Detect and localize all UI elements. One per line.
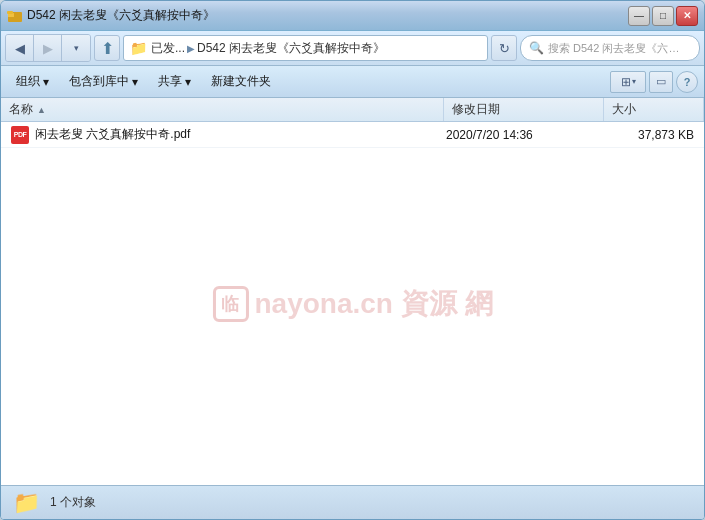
minimize-button[interactable]: — xyxy=(628,6,650,26)
column-header-name[interactable]: 名称 ▲ xyxy=(1,98,444,121)
new-folder-button[interactable]: 新建文件夹 xyxy=(202,70,280,94)
include-library-button[interactable]: 包含到库中 ▾ xyxy=(60,70,147,94)
window-title: D542 闲去老叟《六爻真解按中奇》 xyxy=(27,7,215,24)
title-bar-left: D542 闲去老叟《六爻真解按中奇》 xyxy=(7,7,215,24)
search-field[interactable]: 🔍 搜索 D542 闲去老叟《六爻真解按中... xyxy=(520,35,700,61)
view-icon: ⊞ xyxy=(621,75,631,89)
column-size-label: 大小 xyxy=(612,101,636,118)
status-bar: 📁 1 个对象 xyxy=(1,485,704,519)
address-bar-area: ◀ ▶ ▾ ⬆ 📁 已发... ▶ D542 闲去老叟《六爻真解按中奇》 ↻ 🔍… xyxy=(1,31,704,66)
back-button[interactable]: ◀ xyxy=(6,35,34,61)
watermark: 临 nayona.cn 資源 網 xyxy=(212,285,492,323)
search-placeholder: 搜索 D542 闲去老叟《六爻真解按中... xyxy=(548,41,688,56)
address-folder-icon: 📁 xyxy=(130,40,147,56)
include-arrow: ▾ xyxy=(132,75,138,89)
forward-button[interactable]: ▶ xyxy=(34,35,62,61)
watermark-text: nayona.cn 資源 網 xyxy=(254,285,492,323)
breadcrumb-sep1: ▶ xyxy=(187,43,195,54)
organize-button[interactable]: 组织 ▾ xyxy=(7,70,58,94)
table-row[interactable]: PDF 闲去老叟 六爻真解按中奇.pdf 2020/7/20 14:36 37,… xyxy=(1,122,704,148)
column-name-label: 名称 xyxy=(9,101,33,118)
share-button[interactable]: 共享 ▾ xyxy=(149,70,200,94)
column-header-date[interactable]: 修改日期 xyxy=(444,98,604,121)
svg-rect-2 xyxy=(7,11,13,14)
breadcrumb-part2: D542 闲去老叟《六爻真解按中奇》 xyxy=(197,40,385,57)
share-label: 共享 xyxy=(158,73,182,90)
search-icon: 🔍 xyxy=(529,41,544,55)
file-name-text: 闲去老叟 六爻真解按中奇.pdf xyxy=(35,126,190,143)
view-dropdown-arrow: ▾ xyxy=(632,77,636,86)
refresh-button[interactable]: ↻ xyxy=(491,35,517,61)
organize-arrow: ▾ xyxy=(43,75,49,89)
toolbar-right-buttons: ⊞ ▾ ▭ ? xyxy=(610,71,698,93)
dropdown-button[interactable]: ▾ xyxy=(62,35,90,61)
address-breadcrumb: 已发... ▶ D542 闲去老叟《六爻真解按中奇》 xyxy=(151,40,481,57)
title-bar: D542 闲去老叟《六爻真解按中奇》 — □ ✕ xyxy=(1,1,704,31)
organize-label: 组织 xyxy=(16,73,40,90)
preview-pane-button[interactable]: ▭ xyxy=(649,71,673,93)
close-button[interactable]: ✕ xyxy=(676,6,698,26)
explorer-window: D542 闲去老叟《六爻真解按中奇》 — □ ✕ ◀ ▶ ▾ ⬆ 📁 已发...… xyxy=(0,0,705,520)
toolbar: 组织 ▾ 包含到库中 ▾ 共享 ▾ 新建文件夹 ⊞ ▾ ▭ ? xyxy=(1,66,704,98)
include-library-label: 包含到库中 xyxy=(69,73,129,90)
maximize-button[interactable]: □ xyxy=(652,6,674,26)
sort-arrow-name: ▲ xyxy=(37,105,46,115)
status-folder-icon: 📁 xyxy=(13,490,40,516)
new-folder-label: 新建文件夹 xyxy=(211,73,271,90)
share-arrow: ▾ xyxy=(185,75,191,89)
help-button[interactable]: ? xyxy=(676,71,698,93)
up-button[interactable]: ⬆ xyxy=(94,35,120,61)
file-list-container: PDF 闲去老叟 六爻真解按中奇.pdf 2020/7/20 14:36 37,… xyxy=(1,122,704,485)
pdf-icon: PDF xyxy=(11,126,29,144)
column-header-size[interactable]: 大小 xyxy=(604,98,704,121)
window-controls: — □ ✕ xyxy=(628,6,698,26)
nav-back-forward-group: ◀ ▶ ▾ xyxy=(5,34,91,62)
window-icon xyxy=(7,8,23,24)
nav-row: ◀ ▶ ▾ ⬆ 📁 已发... ▶ D542 闲去老叟《六爻真解按中奇》 ↻ 🔍… xyxy=(1,31,704,65)
breadcrumb-part1: 已发... xyxy=(151,40,185,57)
column-date-label: 修改日期 xyxy=(452,101,500,118)
file-date-cell: 2020/7/20 14:36 xyxy=(440,128,600,142)
watermark-logo-text: 临 xyxy=(221,292,239,316)
file-name-cell: PDF 闲去老叟 六爻真解按中奇.pdf xyxy=(5,126,440,144)
address-field[interactable]: 📁 已发... ▶ D542 闲去老叟《六爻真解按中奇》 xyxy=(123,35,488,61)
watermark-logo: 临 xyxy=(212,286,248,322)
file-size-cell: 37,873 KB xyxy=(600,128,700,142)
column-headers: 名称 ▲ 修改日期 大小 xyxy=(1,98,704,122)
view-options-button[interactable]: ⊞ ▾ xyxy=(610,71,646,93)
status-text: 1 个对象 xyxy=(50,494,96,511)
